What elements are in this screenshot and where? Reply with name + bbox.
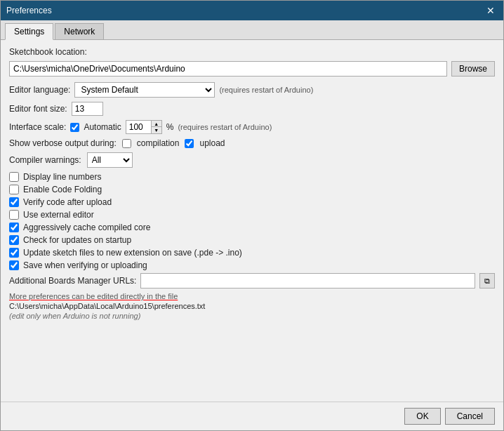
verbose-upload-checkbox[interactable] <box>185 139 194 148</box>
interface-scale-label: Interface scale: <box>9 122 66 132</box>
checkbox-row-4: Aggressively cache compiled core <box>9 223 495 232</box>
checkbox-label-1: Enable Code Folding <box>23 185 102 194</box>
checkbox-row-1: Enable Code Folding <box>9 185 495 194</box>
verbose-output-row: Show verbose output during: compilation … <box>9 138 495 148</box>
additional-boards-label: Additional Boards Manager URLs: <box>9 276 136 286</box>
interface-scale-note: (requires restart of Arduino) <box>178 123 272 131</box>
tab-bar: Settings Network <box>1 20 503 40</box>
bottom-bar: OK Cancel <box>1 402 503 430</box>
checkbox-row-6: Update sketch files to new extension on … <box>9 248 495 258</box>
checkbox-1[interactable] <box>9 185 19 194</box>
tab-settings[interactable]: Settings <box>5 23 53 40</box>
verbose-compilation-label: compilation <box>137 138 180 148</box>
ok-button[interactable]: OK <box>404 408 440 425</box>
checkbox-label-7: Save when verifying or uploading <box>23 260 147 270</box>
checkbox-row-2: Verify code after upload <box>9 197 495 207</box>
sketchbook-label: Sketchbook location: <box>9 47 87 57</box>
settings-content: Sketchbook location: Browse Editor langu… <box>1 40 503 402</box>
interface-scale-row: Interface scale: Automatic ▲ ▼ % (requir… <box>9 120 495 134</box>
checkbox-6[interactable] <box>9 248 19 258</box>
preferences-dialog: Preferences ✕ Settings Network Sketchboo… <box>0 0 504 431</box>
checkbox-label-6: Update sketch files to new extension on … <box>23 248 242 258</box>
editor-font-size-row: Editor font size: <box>9 102 495 116</box>
checkbox-label-4: Aggressively cache compiled core <box>23 223 150 232</box>
checkbox-label-0: Display line numbers <box>23 172 101 182</box>
checkbox-row-7: Save when verifying or uploading <box>9 260 495 270</box>
compiler-warnings-row: Compiler warnings: All <box>9 152 495 168</box>
close-button[interactable]: ✕ <box>484 6 498 15</box>
info-edit-note: (edit only when Arduino is not running) <box>9 312 140 320</box>
checkbox-row-0: Display line numbers <box>9 172 495 182</box>
interface-scale-input[interactable] <box>126 121 151 133</box>
editor-language-note: (requires restart of Arduino) <box>219 86 313 94</box>
interface-scale-spinner: ▲ ▼ <box>126 120 162 134</box>
info-line-2: C:\Users\micha\AppData\Local\Arduino15\p… <box>9 301 495 311</box>
info-line-1-text: More preferences can be edited directly … <box>9 292 178 300</box>
checkbox-2[interactable] <box>9 197 19 207</box>
checkbox-label-5: Check for updates on startup <box>23 235 131 245</box>
spin-down-button[interactable]: ▼ <box>152 127 161 133</box>
editor-font-size-label: Editor font size: <box>9 104 67 114</box>
tab-network[interactable]: Network <box>55 23 104 39</box>
editor-language-row: Editor language: System Default (require… <box>9 82 495 98</box>
compiler-warnings-label: Compiler warnings: <box>9 155 81 165</box>
verbose-upload-label: upload <box>199 138 225 148</box>
additional-boards-input[interactable] <box>140 273 475 289</box>
interface-scale-auto-label: Automatic <box>84 122 121 132</box>
info-line-3: (edit only when Arduino is not running) <box>9 311 495 321</box>
dialog-title: Preferences <box>6 6 52 15</box>
editor-font-size-input[interactable] <box>72 102 103 116</box>
spinner-buttons: ▲ ▼ <box>151 121 161 133</box>
info-section: More preferences can be edited directly … <box>9 291 495 321</box>
sketchbook-row: Sketchbook location: <box>9 47 495 57</box>
checkbox-row-3: Use external editor <box>9 210 495 220</box>
title-bar: Preferences ✕ <box>1 1 503 20</box>
additional-boards-expand-button[interactable]: ⧉ <box>479 273 495 289</box>
sketchbook-input-row: Browse <box>9 61 495 77</box>
additional-boards-row: Additional Boards Manager URLs: ⧉ <box>9 273 495 289</box>
verbose-compilation-checkbox[interactable] <box>122 139 131 148</box>
compiler-warnings-select[interactable]: All <box>87 152 133 168</box>
sketchbook-input[interactable] <box>9 61 447 77</box>
info-line-1: More preferences can be edited directly … <box>9 291 495 301</box>
verbose-output-label: Show verbose output during: <box>9 138 117 148</box>
info-file-path: C:\Users\micha\AppData\Local\Arduino15\p… <box>9 302 205 310</box>
checkboxes-section: Display line numbers Enable Code Folding… <box>9 172 495 270</box>
checkbox-7[interactable] <box>9 260 19 270</box>
checkbox-3[interactable] <box>9 210 19 220</box>
interface-scale-unit: % <box>166 122 174 132</box>
checkbox-label-2: Verify code after upload <box>23 197 112 207</box>
spin-up-button[interactable]: ▲ <box>152 121 161 127</box>
checkbox-label-3: Use external editor <box>23 210 94 220</box>
interface-scale-auto-checkbox[interactable] <box>70 123 79 132</box>
checkbox-5[interactable] <box>9 235 19 245</box>
checkbox-row-5: Check for updates on startup <box>9 235 495 245</box>
editor-language-label: Editor language: <box>9 85 70 95</box>
cancel-button[interactable]: Cancel <box>445 408 495 425</box>
browse-button[interactable]: Browse <box>451 61 495 77</box>
checkbox-4[interactable] <box>9 223 19 232</box>
checkbox-0[interactable] <box>9 172 19 182</box>
editor-language-select[interactable]: System Default <box>74 82 215 98</box>
